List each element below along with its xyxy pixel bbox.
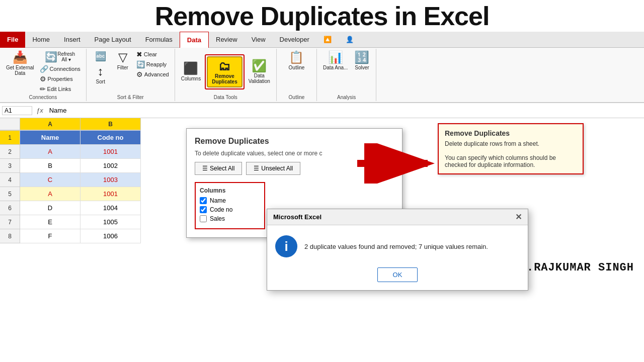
cell-b3[interactable]: 1002 (80, 159, 141, 173)
tab-view[interactable]: View (245, 32, 273, 48)
ribbon-group-data-tools: ⬛ Columns 🗂 RemoveDuplicates ✅ DataValid… (175, 49, 277, 101)
advanced-button[interactable]: ⚙ Advanced (135, 70, 171, 79)
refresh-all-button[interactable]: 🔄 RefreshAll ▾ (38, 50, 82, 63)
info-icon: i (275, 235, 297, 257)
table-row: 8 F 1006 (0, 229, 141, 243)
tab-review[interactable]: Review (209, 32, 245, 48)
edit-links-button[interactable]: ✏ Edit Links (38, 84, 82, 94)
tab-developer[interactable]: Developer (273, 32, 316, 48)
excel-popup-close-button[interactable]: ✕ (515, 212, 522, 222)
data-analysis-icon: 📊 (328, 51, 343, 64)
advanced-icon: ⚙ (136, 70, 143, 78)
cell-b8[interactable]: 1006 (80, 229, 141, 243)
refresh-icon: 🔄 (45, 51, 57, 62)
data-validation-button[interactable]: ✅ DataValidation (247, 58, 272, 85)
connections-button[interactable]: 🔗 Connections (38, 64, 82, 73)
row-header-3: 3 (0, 159, 20, 173)
checkbox-sales[interactable]: Sales (200, 215, 260, 222)
excel-popup-body: i 2 duplicate values found and removed; … (267, 225, 528, 267)
reapply-button[interactable]: 🔄 Reapply (135, 60, 171, 69)
page-title: Remove Duplicates in Excel (0, 0, 644, 32)
cell-a1[interactable]: Name (20, 131, 80, 145)
remove-duplicates-button[interactable]: 🗂 RemoveDuplicates (207, 56, 243, 87)
ribbon-group-sort-filter: 🔤 ↕ Sort ▽ Filter ✖ Clear (87, 49, 175, 101)
formula-input[interactable] (47, 106, 642, 115)
row-header-7: 7 (0, 215, 20, 229)
tab-home[interactable]: Home (25, 32, 57, 48)
table-row: 5 A 1001 (0, 187, 141, 201)
solver-icon: 🔢 (354, 51, 369, 64)
fx-label: ƒx (34, 107, 45, 114)
cell-a5[interactable]: A (20, 187, 80, 201)
spreadsheet-area: A B 1 Name Code no 2 A 1001 3 B 1002 4 C… (0, 118, 644, 279)
excel-popup-dialog: Microsoft Excel ✕ i 2 duplicate values f… (267, 209, 528, 291)
table-row: 4 C 1003 (0, 173, 141, 187)
sort-az-button[interactable]: 🔤 (91, 50, 111, 63)
cell-a2[interactable]: A (20, 145, 80, 159)
cell-b1[interactable]: Code no (80, 131, 141, 145)
cell-a7[interactable]: E (20, 215, 80, 229)
tab-insert[interactable]: Insert (57, 32, 88, 48)
col-header-a[interactable]: A (20, 118, 80, 130)
spreadsheet-grid: A B 1 Name Code no 2 A 1001 3 B 1002 4 C… (0, 118, 141, 279)
unselect-all-button[interactable]: ☰ Unselect All (246, 162, 300, 175)
tab-expand[interactable]: 🔼 (316, 32, 339, 48)
checkbox-name[interactable]: Name (200, 197, 260, 204)
clear-icon: ✖ (136, 50, 142, 58)
data-analysis-button[interactable]: 📊 Data Ana... (321, 50, 350, 71)
cell-a3[interactable]: B (20, 159, 80, 173)
helper-box-line1: Delete duplicate rows from a sheet. (445, 140, 577, 147)
select-all-icon: ☰ (202, 165, 208, 172)
connections-group-label: Connections (29, 95, 57, 100)
row-header-8: 8 (0, 229, 20, 243)
checkbox-name-input[interactable] (200, 197, 207, 204)
excel-popup-title-text: Microsoft Excel (273, 213, 321, 221)
cell-b5[interactable]: 1001 (80, 187, 141, 201)
outline-group-label: Outline (289, 95, 305, 100)
col-header-b[interactable]: B (80, 118, 141, 130)
filter-icon: ▽ (118, 51, 127, 64)
row-header-2: 2 (0, 145, 20, 159)
checkbox-codeno[interactable]: Code no (200, 206, 260, 213)
ribbon-group-connections: 📥 Get ExternalData 🔄 RefreshAll ▾ 🔗 Conn… (0, 49, 87, 101)
tab-formulas[interactable]: Formulas (138, 32, 180, 48)
cell-a6[interactable]: D (20, 201, 80, 215)
properties-button[interactable]: ⚙ Properties (38, 74, 82, 83)
outline-button[interactable]: 📋 Outline (286, 50, 306, 71)
row-header-5: 5 (0, 187, 20, 201)
row-header-6: 6 (0, 201, 20, 215)
row-header-4: 4 (0, 173, 20, 187)
checkbox-codeno-input[interactable] (200, 206, 207, 213)
checkbox-sales-input[interactable] (200, 215, 207, 222)
sort-button[interactable]: ↕ Sort (91, 64, 111, 85)
sort-az-icon: 🔤 (95, 51, 106, 62)
clear-button[interactable]: ✖ Clear (135, 50, 171, 59)
cell-b6[interactable]: 1004 (80, 201, 141, 215)
filter-button[interactable]: ▽ Filter (113, 50, 133, 71)
columns-icon: ⬛ (183, 62, 198, 75)
tab-data[interactable]: Data (180, 32, 209, 48)
cell-b2[interactable]: 1001 (80, 145, 141, 159)
select-all-button[interactable]: ☰ Select All (195, 162, 242, 175)
solver-button[interactable]: 🔢 Solver (352, 50, 372, 71)
tab-page-layout[interactable]: Page Layout (88, 32, 138, 48)
tab-account[interactable]: 👤 (339, 32, 361, 48)
connections-icon: 🔗 (40, 65, 48, 73)
helper-tooltip-box: Remove Duplicates Delete duplicate rows … (438, 123, 584, 174)
helper-box-line2: You can specify which columns should be … (445, 154, 577, 168)
cell-a8[interactable]: F (20, 229, 80, 243)
helper-box-title: Remove Duplicates (445, 129, 577, 137)
data-validation-icon: ✅ (252, 59, 267, 72)
columns-button[interactable]: ⬛ Columns (179, 61, 203, 82)
get-external-data-button[interactable]: 📥 Get ExternalData (4, 50, 36, 76)
columns-section: Columns Name Code no Sales (195, 182, 265, 229)
cell-b7[interactable]: 1005 (80, 215, 141, 229)
cell-reference-input[interactable] (2, 106, 32, 115)
tab-file[interactable]: File (0, 32, 25, 48)
outline-icon: 📋 (289, 51, 304, 64)
table-row: 2 A 1001 (0, 145, 141, 159)
excel-popup-ok-button[interactable]: OK (377, 267, 418, 282)
data-tools-group-label: Data Tools (214, 95, 237, 100)
cell-b4[interactable]: 1003 (80, 173, 141, 187)
cell-a4[interactable]: C (20, 173, 80, 187)
